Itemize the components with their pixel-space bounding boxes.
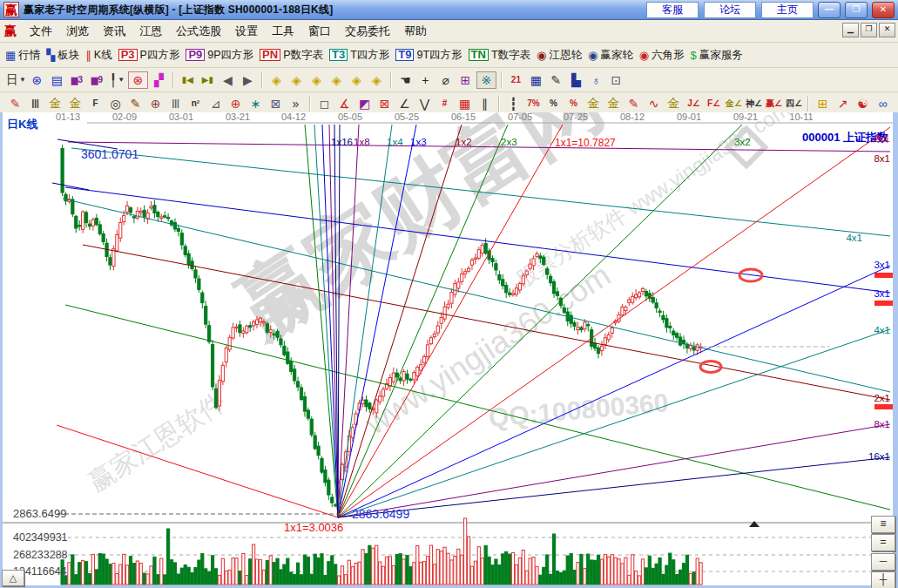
pen-ruler-icon[interactable]: ✎ — [126, 95, 145, 112]
fan-box-tool-icon[interactable]: ◩ — [355, 95, 374, 112]
customer-service-button[interactable]: 客服 — [646, 2, 699, 18]
gold-underline-icon[interactable]: 金 — [665, 95, 683, 112]
mini-chart-9-icon[interactable]: ▆9 — [88, 71, 106, 89]
diamond-horizontal-icon[interactable]: ◈ — [307, 71, 326, 89]
menu-文件[interactable]: 文件 — [23, 21, 59, 42]
menu-窗口[interactable]: 窗口 — [301, 21, 338, 42]
parallel-lines-icon[interactable]: ∥ — [476, 95, 494, 112]
toolbar-button-t-square[interactable]: T3T四方形 — [329, 48, 389, 63]
toolbar-button-p-square[interactable]: P3P四方形 — [118, 48, 180, 63]
grid-table-tool-icon[interactable]: ⊞ — [456, 71, 475, 89]
titlebar[interactable]: 赢 赢家老子时空周期系统[纵横版] - [上证指数 SH000001-188日K… — [0, 0, 898, 20]
menu-设置[interactable]: 设置 — [228, 21, 265, 42]
crosshair-icon[interactable]: + — [416, 71, 435, 89]
angle-lines-icon[interactable]: ∠ — [395, 95, 414, 112]
menu-工具[interactable]: 工具 — [265, 21, 301, 42]
toolbar-button-winner-service[interactable]: $赢家服务 — [691, 48, 743, 63]
diamond-right-icon[interactable]: ◈ — [287, 71, 306, 89]
star-tool-icon[interactable]: ∗ — [246, 95, 265, 112]
menu-江恩[interactable]: 江恩 — [132, 21, 169, 42]
web-globe-icon[interactable]: ♁ — [587, 71, 605, 89]
menu-资讯[interactable]: 资讯 — [96, 21, 132, 42]
gold-angle-icon[interactable]: 金∠ — [725, 95, 743, 112]
angle-flag-icon[interactable]: ⊿ — [206, 95, 225, 112]
gold-lines-icon[interactable]: 金 — [604, 95, 623, 112]
mdi-restore-button[interactable]: ❐ — [861, 23, 877, 37]
candle-style-icon[interactable]: ╿▼ — [108, 71, 126, 89]
diamond-shrink-icon[interactable]: ◈ — [327, 71, 346, 89]
compress-2-button[interactable]: = — [871, 534, 895, 551]
menu-交易委托[interactable]: 交易委托 — [338, 21, 397, 42]
wave-check-icon[interactable]: ⋁ — [415, 95, 434, 112]
toolbar-button-sectors[interactable]: ▚板块 — [46, 48, 79, 63]
wave-line-icon[interactable]: ∿ — [645, 95, 663, 112]
notes-icon[interactable]: ✎ — [547, 71, 565, 89]
histogram-icon-icon[interactable]: ▞ — [150, 71, 168, 89]
compress-1-button[interactable]: ─ — [871, 553, 895, 571]
shen-angle-icon[interactable]: 神∠ — [745, 95, 763, 112]
compass-tool-icon[interactable]: ⊕ — [226, 95, 245, 112]
gann-tool-active-icon[interactable]: ※ — [476, 71, 496, 89]
toolbar-button-t-number-table[interactable]: TNT数字表 — [469, 48, 530, 63]
spiral-tool-icon[interactable]: ◎ — [106, 95, 125, 112]
pan-hand-icon[interactable]: ☚ — [396, 71, 415, 89]
measure-tool-icon[interactable]: ⌀ — [436, 71, 455, 89]
gold-circle-icon[interactable]: 金 — [584, 95, 603, 112]
n-square-icon[interactable]: n² — [186, 95, 205, 112]
forum-button[interactable]: 论坛 — [704, 2, 756, 18]
draw-pen-icon[interactable]: ✎ — [6, 95, 24, 112]
percent-icon[interactable]: % — [544, 95, 563, 112]
toolbar-button-gann-wheel[interactable]: ◉江恩轮 — [537, 48, 582, 63]
percent-7-icon[interactable]: 7% — [524, 95, 543, 112]
nav-prev-icon[interactable]: ◀ — [219, 71, 237, 89]
volume-expand-button[interactable]: △ — [2, 570, 24, 586]
percent-lines-icon[interactable]: % — [564, 95, 583, 112]
compress-3-button[interactable]: ≡ — [871, 516, 895, 533]
more-tools-icon[interactable]: » — [287, 95, 305, 112]
select-box-icon[interactable]: ◻ — [315, 95, 334, 112]
box-diagonal-icon[interactable]: ⊠ — [375, 95, 394, 112]
toolbar-button-winner-wheel[interactable]: ◉赢家轮 — [588, 48, 633, 63]
diamond-expand-icon[interactable]: ◈ — [368, 71, 386, 89]
grid-star-icon[interactable]: ⊠ — [267, 95, 285, 112]
toolbar-button-kline[interactable]: ∥K线 — [85, 48, 111, 63]
toolbar-button-p-number-table[interactable]: PNP数字表 — [260, 48, 323, 63]
nav-next-icon[interactable]: ▶ — [239, 71, 257, 89]
menu-公式选股[interactable]: 公式选股 — [169, 21, 228, 42]
nav-first-icon[interactable]: ▮◀ — [179, 71, 197, 89]
j-angle-icon[interactable]: J∠ — [685, 95, 703, 112]
homepage-button[interactable]: 主页 — [761, 2, 814, 18]
fib-time-icon[interactable]: F — [86, 95, 105, 112]
fib-bars-icon[interactable]: ┇ — [504, 95, 523, 112]
infinity-tool-icon[interactable]: ∞ — [874, 95, 892, 112]
chart-area[interactable]: 赢家财富网www.yingjia360.com股票分析软件 www.yingji… — [3, 112, 893, 585]
mini-chart-3-icon[interactable]: ▆3 — [68, 71, 86, 89]
scroll-position-marker[interactable] — [749, 521, 760, 527]
circle-cycle-icon[interactable]: ⊕ — [146, 95, 165, 112]
minimize-button[interactable]: — — [818, 2, 841, 18]
plain-cycle-icon[interactable]: Ⅲ — [166, 95, 185, 112]
f-angle-icon[interactable]: F∠ — [705, 95, 723, 112]
nav-last-icon[interactable]: ▶▮ — [199, 71, 217, 89]
time-cycle-lines-icon[interactable]: Ⅲ — [26, 95, 44, 112]
diamond-cross-icon[interactable]: ◈ — [348, 71, 366, 89]
toolbar-button-t9-square[interactable]: T99T四方形 — [395, 48, 462, 63]
gann-grid-icon[interactable]: # — [435, 95, 454, 112]
scale-adjust-button[interactable]: ┼ — [871, 571, 895, 588]
toolbar-button-quotes[interactable]: ▦行情 — [5, 48, 40, 63]
restore-button[interactable]: ❐ — [845, 2, 868, 18]
save-icon[interactable]: ▙ — [567, 71, 585, 89]
gann-grid-2-icon[interactable]: ▦ — [456, 95, 474, 112]
menu-浏览[interactable]: 浏览 — [59, 21, 96, 42]
gold-time-icon[interactable]: 金 — [46, 95, 64, 112]
gann-net-icon[interactable]: ⊛ — [128, 71, 148, 89]
calendar-21-icon[interactable]: 21 — [507, 71, 525, 89]
calculator-icon[interactable]: ▦ — [527, 71, 545, 89]
period-selector-icon[interactable]: 日▼ — [6, 71, 26, 89]
menu-帮助[interactable]: 帮助 — [397, 21, 434, 42]
remote-pc-icon[interactable]: ⊡ — [607, 71, 625, 89]
info-doc-icon-icon[interactable]: ▤ — [48, 71, 66, 89]
web-view-icon-icon[interactable]: ⊛ — [28, 71, 46, 89]
ying-angle-icon[interactable]: 赢∠ — [765, 95, 783, 112]
grid-color-icon[interactable]: ⊞ — [814, 95, 832, 112]
